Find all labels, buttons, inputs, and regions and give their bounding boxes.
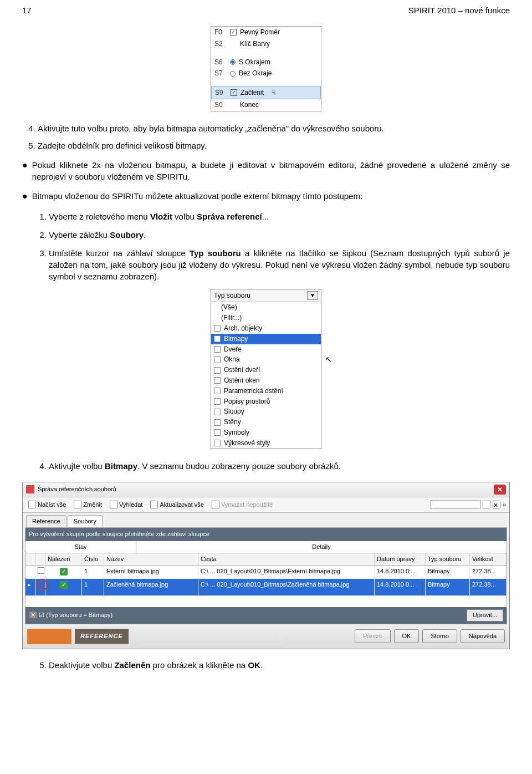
- path-input[interactable]: [431, 500, 480, 509]
- checkbox-icon[interactable]: [214, 429, 221, 436]
- find-button[interactable]: Vyhledat: [108, 500, 145, 510]
- embedded-checkbox[interactable]: [35, 579, 45, 595]
- help-button[interactable]: Nápověda: [461, 629, 505, 643]
- dropdown-item[interactable]: (Vše): [211, 302, 321, 313]
- col-header-date[interactable]: Datum úpravy: [375, 553, 426, 565]
- shortcut-key: S2: [214, 39, 227, 49]
- bullet-paragraph: ● Bitmapu vloženou do SPIRITu můžete akt…: [22, 190, 510, 202]
- checkbox-icon[interactable]: [214, 440, 221, 446]
- list-item: Aktivujte tuto volbu proto, aby byla bit…: [38, 123, 510, 134]
- dropdown-item[interactable]: Stěny: [211, 417, 321, 427]
- radio-icon[interactable]: [230, 59, 236, 65]
- dropdown-item[interactable]: Arch. objekty: [211, 323, 321, 334]
- col-header-found[interactable]: Nalezen: [45, 553, 82, 565]
- doc-title: SPIRIT 2010 – nové funkce: [408, 4, 510, 16]
- list-item: Aktivujte volbu Bitmapy. V seznamu budou…: [49, 460, 510, 472]
- tab-files[interactable]: Soubory: [68, 515, 103, 527]
- checkbox-icon[interactable]: [214, 377, 221, 384]
- checkbox-icon[interactable]: [214, 325, 221, 332]
- checkbox-icon[interactable]: [214, 388, 221, 394]
- load-all-button[interactable]: Načíst vše: [26, 500, 68, 510]
- change-button[interactable]: Změnit: [71, 500, 104, 510]
- dropdown-item-label: (Filtr...): [221, 313, 242, 323]
- checkbox-icon[interactable]: [214, 398, 221, 405]
- folder-icon[interactable]: [483, 501, 490, 508]
- dropdown-item[interactable]: Parametrická ostění: [211, 386, 321, 396]
- checkbox-icon[interactable]: [214, 409, 221, 415]
- embedded-checkbox[interactable]: [35, 566, 45, 578]
- filter-check-icon[interactable]: ☑: [39, 612, 44, 618]
- dropdown-item[interactable]: Popisy prostorů: [211, 396, 321, 407]
- table-row[interactable]: ▸✓1Začleněná bitmapa.jpgC:\ ... 020_Layo…: [25, 579, 507, 596]
- footer-graphic: [27, 629, 71, 644]
- dropdown-item[interactable]: Ostění oken: [211, 375, 321, 386]
- dropdown-item[interactable]: Dveře: [211, 344, 321, 355]
- checkbox-icon[interactable]: [214, 367, 221, 374]
- cursor-icon: ↖: [325, 354, 332, 365]
- panel-option-row[interactable]: S6S Okrajem: [211, 57, 321, 68]
- table-row[interactable]: ✓1Externí bitmapa.jpgC:\ ... 020_Layout\…: [25, 566, 507, 578]
- dropdown-item[interactable]: Sloupy: [211, 406, 321, 417]
- panel-option-row[interactable]: S2Klíč Barvy: [211, 38, 321, 50]
- reference-manager-window: Správa referenčních souborů ✕ Načíst vše…: [22, 482, 510, 649]
- row-marker-icon: ▸: [25, 579, 35, 595]
- file-type-dropdown[interactable]: Typ souboru ▼ (Vše)(Filtr...)Arch. objek…: [211, 289, 321, 449]
- panel-option-row[interactable]: S7Bez Okraje: [211, 68, 321, 79]
- ok-button[interactable]: OK: [394, 629, 420, 643]
- dropdown-item[interactable]: Okna: [211, 354, 321, 365]
- col-header-size[interactable]: Velikost: [470, 553, 507, 565]
- dropdown-item-label: Stěny: [224, 417, 241, 427]
- col-header-type[interactable]: Typ souboru: [426, 553, 470, 565]
- cell-date: 14.8.2010 0:...: [375, 566, 426, 578]
- list-item: Umístěte kurzor na záhlaví sloupce Typ s…: [49, 247, 510, 282]
- cell-type: Bitmapy: [426, 566, 470, 578]
- tab-reference[interactable]: Reference: [26, 515, 66, 527]
- panel-option-row[interactable]: F0✓Pevný Poměr: [211, 27, 321, 38]
- checkbox-icon[interactable]: [214, 335, 221, 342]
- checkbox-icon[interactable]: ✓: [231, 89, 237, 96]
- chevron-down-icon[interactable]: ▼: [307, 291, 318, 300]
- delete-icon[interactable]: ✕: [493, 501, 500, 508]
- option-label: Začlenit: [241, 88, 264, 98]
- cell-found: ✓: [45, 566, 82, 578]
- col-group-details: Detaily: [136, 541, 507, 553]
- dropdown-item[interactable]: Bitmapy: [211, 334, 321, 344]
- dropdown-item[interactable]: Symboly: [211, 427, 321, 438]
- panel-option-row[interactable]: S0Konec: [211, 99, 321, 111]
- radio-icon[interactable]: [230, 71, 236, 77]
- cell-path: C:\ ... 020_Layout\010_Bitmaps\Začleněná…: [198, 579, 375, 595]
- checkbox-icon[interactable]: [214, 419, 221, 426]
- dropdown-item[interactable]: Výkresové styly: [211, 438, 321, 449]
- dropdown-label: Typ souboru: [214, 291, 250, 301]
- panel-option-row[interactable]: S9✓Začlenit☟: [211, 86, 321, 99]
- col-icon[interactable]: [35, 553, 45, 565]
- list-item: Vyberte záložku Soubory.: [49, 229, 510, 241]
- option-label: Klíč Barvy: [240, 39, 270, 49]
- dropdown-item-label: Dveře: [224, 345, 242, 354]
- col-icon[interactable]: [25, 553, 35, 565]
- col-header-number[interactable]: Číslo: [82, 553, 104, 565]
- col-header-path[interactable]: Cesta: [198, 553, 375, 565]
- window-title: Správa referenčních souborů: [38, 485, 116, 493]
- checkbox-icon[interactable]: ✓: [230, 29, 237, 35]
- shortcut-key: S7: [214, 69, 227, 78]
- dropdown-item[interactable]: (Filtr...): [211, 313, 321, 323]
- shortcut-key: S6: [214, 58, 227, 67]
- cell-number: 1: [82, 566, 104, 578]
- dropdown-item-label: Sloupy: [224, 407, 244, 416]
- checkbox-icon[interactable]: [214, 346, 221, 353]
- option-label: Konec: [240, 100, 259, 110]
- dropdown-item-label: Výkresové styly: [224, 439, 270, 448]
- take-over-button[interactable]: Převzít: [355, 629, 390, 643]
- checkbox-icon[interactable]: [214, 357, 221, 363]
- col-header-name[interactable]: Název: [104, 553, 198, 565]
- delete-unused-button[interactable]: Vymazat nepoužité: [209, 500, 275, 510]
- dropdown-item[interactable]: Ostění dveří: [211, 365, 321, 375]
- close-icon[interactable]: ✕: [494, 485, 506, 495]
- shortcut-key: S0: [214, 100, 227, 110]
- chevron-icon[interactable]: »: [503, 501, 506, 509]
- filter-close-icon[interactable]: ✕: [29, 612, 37, 618]
- edit-filter-button[interactable]: Upravit...: [467, 609, 503, 621]
- cancel-button[interactable]: Storno: [422, 629, 457, 643]
- update-all-button[interactable]: Aktualizovat vše: [148, 500, 206, 510]
